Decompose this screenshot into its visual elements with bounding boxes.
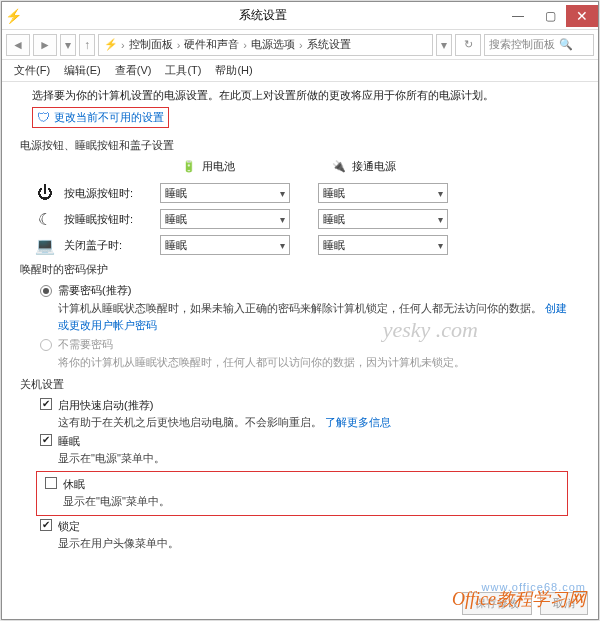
navbar: ◄ ► ▾ ↑ ⚡ › 控制面板 › 硬件和声音 › 电源选项 › 系统设置 ▾…: [2, 30, 598, 60]
save-button[interactable]: 保存修改: [462, 592, 532, 615]
section-power-title: 电源按钮、睡眠按钮和盖子设置: [20, 138, 568, 153]
lid-icon: 💻: [34, 234, 56, 256]
forward-button[interactable]: ►: [33, 34, 57, 56]
sleep-icon: ☾: [34, 208, 56, 230]
checkbox-on-icon: [40, 398, 52, 410]
content: 选择要为你的计算机设置的电源设置。在此页上对设置所做的更改将应用于你所有的电源计…: [2, 82, 598, 583]
sleep-label: 睡眠: [58, 434, 80, 449]
radio-pw-required[interactable]: 需要密码(推荐): [40, 283, 568, 298]
hibernate-label: 休眠: [63, 477, 85, 492]
cancel-button[interactable]: 取消: [540, 592, 588, 615]
sleep-btn-plugged-select[interactable]: 睡眠 ▾: [318, 209, 448, 229]
breadcrumb-power-options[interactable]: 电源选项: [248, 37, 298, 52]
back-button[interactable]: ◄: [6, 34, 30, 56]
hibernate-highlight: 休眠 显示在"电源"菜单中。: [36, 471, 568, 517]
col-plugged: 🔌 接通电源: [332, 159, 462, 174]
lock-desc: 显示在用户头像菜单中。: [58, 535, 568, 552]
search-placeholder: 搜索控制面板: [489, 37, 555, 52]
power-btn-battery-value: 睡眠: [165, 186, 187, 201]
breadcrumb-system-settings[interactable]: 系统设置: [304, 37, 354, 52]
search-input[interactable]: 搜索控制面板 🔍: [484, 34, 594, 56]
sleep-btn-plugged-value: 睡眠: [323, 212, 345, 227]
pw-required-label: 需要密码(推荐): [58, 283, 131, 298]
lid-plugged-value: 睡眠: [323, 238, 345, 253]
chk-fast-startup[interactable]: 启用快速启动(推荐): [40, 398, 568, 413]
change-unavailable-link[interactable]: 🛡 更改当前不可用的设置: [32, 107, 169, 128]
power-column-headers: 🔋 用电池 🔌 接通电源: [32, 159, 568, 174]
radio-on-icon: [40, 285, 52, 297]
row-sleep-label: 按睡眠按钮时:: [64, 212, 152, 227]
power-icon: ⏻: [34, 182, 56, 204]
up-button[interactable]: ↑: [79, 34, 95, 56]
intro-text: 选择要为你的计算机设置的电源设置。在此页上对设置所做的更改将应用于你所有的电源计…: [32, 88, 568, 103]
power-btn-battery-select[interactable]: 睡眠 ▾: [160, 183, 290, 203]
col-battery: 🔋 用电池: [182, 159, 312, 174]
chk-hibernate[interactable]: 休眠: [45, 477, 563, 492]
breadcrumb[interactable]: ⚡ › 控制面板 › 硬件和声音 › 电源选项 › 系统设置: [98, 34, 433, 56]
power-btn-plugged-select[interactable]: 睡眠 ▾: [318, 183, 448, 203]
menu-tools[interactable]: 工具(T): [159, 61, 207, 80]
checkbox-on-icon: [40, 519, 52, 531]
power-btn-plugged-value: 睡眠: [323, 186, 345, 201]
checkbox-off-icon: [45, 477, 57, 489]
chk-lock[interactable]: 锁定: [40, 519, 568, 534]
search-icon: 🔍: [559, 38, 573, 51]
hibernate-desc: 显示在"电源"菜单中。: [63, 493, 563, 510]
fast-startup-label: 启用快速启动(推荐): [58, 398, 153, 413]
radio-off-icon: [40, 339, 52, 351]
chk-sleep[interactable]: 睡眠: [40, 434, 568, 449]
sleep-btn-battery-value: 睡眠: [165, 212, 187, 227]
breadcrumb-dropdown[interactable]: ▾: [436, 34, 452, 56]
row-sleep-button: ☾ 按睡眠按钮时: 睡眠 ▾ 睡眠 ▾: [32, 208, 568, 230]
row-lid: 💻 关闭盖子时: 睡眠 ▾ 睡眠 ▾: [32, 234, 568, 256]
section-wake-title: 唤醒时的密码保护: [20, 262, 568, 277]
chevron-right-icon: ›: [177, 39, 181, 51]
footer: 保存修改 取消: [462, 592, 588, 615]
pw-required-desc: 计算机从睡眠状态唤醒时，如果未输入正确的密码来解除计算机锁定，任何人都无法访问你…: [58, 300, 568, 333]
maximize-button[interactable]: ▢: [534, 5, 566, 27]
lid-battery-value: 睡眠: [165, 238, 187, 253]
titlebar: ⚡ 系统设置 — ▢ ✕: [2, 2, 598, 30]
chevron-right-icon: ›: [121, 39, 125, 51]
history-dropdown[interactable]: ▾: [60, 34, 76, 56]
lid-plugged-select[interactable]: 睡眠 ▾: [318, 235, 448, 255]
breadcrumb-root-icon: ⚡: [102, 38, 120, 51]
breadcrumb-control-panel[interactable]: 控制面板: [126, 37, 176, 52]
menu-help[interactable]: 帮助(H): [209, 61, 258, 80]
row-lid-label: 关闭盖子时:: [64, 238, 152, 253]
learn-more-link[interactable]: 了解更多信息: [325, 416, 391, 428]
chevron-down-icon: ▾: [438, 188, 443, 199]
menu-view[interactable]: 查看(V): [109, 61, 158, 80]
row-power-label: 按电源按钮时:: [64, 186, 152, 201]
window-title: 系统设置: [24, 7, 502, 24]
menu-edit[interactable]: 编辑(E): [58, 61, 107, 80]
chevron-down-icon: ▾: [438, 214, 443, 225]
change-unavailable-label: 更改当前不可用的设置: [54, 110, 164, 125]
plug-icon: 🔌: [332, 160, 346, 173]
col-battery-label: 用电池: [202, 159, 235, 174]
chevron-down-icon: ▾: [438, 240, 443, 251]
fast-startup-desc: 这有助于在关机之后更快地启动电脑。不会影响重启。 了解更多信息: [58, 414, 568, 431]
row-power-button: ⏻ 按电源按钮时: 睡眠 ▾ 睡眠 ▾: [32, 182, 568, 204]
close-button[interactable]: ✕: [566, 5, 598, 27]
chevron-down-icon: ▾: [280, 240, 285, 251]
fast-startup-desc-text: 这有助于在关机之后更快地启动电脑。不会影响重启。: [58, 416, 322, 428]
lid-battery-select[interactable]: 睡眠 ▾: [160, 235, 290, 255]
pw-not-required-desc: 将你的计算机从睡眠状态唤醒时，任何人都可以访问你的数据，因为计算机未锁定。: [58, 354, 568, 371]
shield-icon: 🛡: [37, 110, 50, 125]
lock-label: 锁定: [58, 519, 80, 534]
sleep-btn-battery-select[interactable]: 睡眠 ▾: [160, 209, 290, 229]
chevron-right-icon: ›: [243, 39, 247, 51]
window: ⚡ 系统设置 — ▢ ✕ ◄ ► ▾ ↑ ⚡ › 控制面板 › 硬件和声音 › …: [1, 1, 599, 620]
app-icon: ⚡: [2, 8, 24, 24]
refresh-button[interactable]: ↻: [455, 34, 481, 56]
battery-icon: 🔋: [182, 160, 196, 173]
radio-pw-not-required[interactable]: 不需要密码: [40, 337, 568, 352]
chevron-down-icon: ▾: [280, 188, 285, 199]
breadcrumb-hardware-sound[interactable]: 硬件和声音: [181, 37, 242, 52]
menubar: 文件(F) 编辑(E) 查看(V) 工具(T) 帮助(H): [2, 60, 598, 82]
section-shutdown-title: 关机设置: [20, 377, 568, 392]
pw-not-required-label: 不需要密码: [58, 337, 113, 352]
minimize-button[interactable]: —: [502, 5, 534, 27]
menu-file[interactable]: 文件(F): [8, 61, 56, 80]
